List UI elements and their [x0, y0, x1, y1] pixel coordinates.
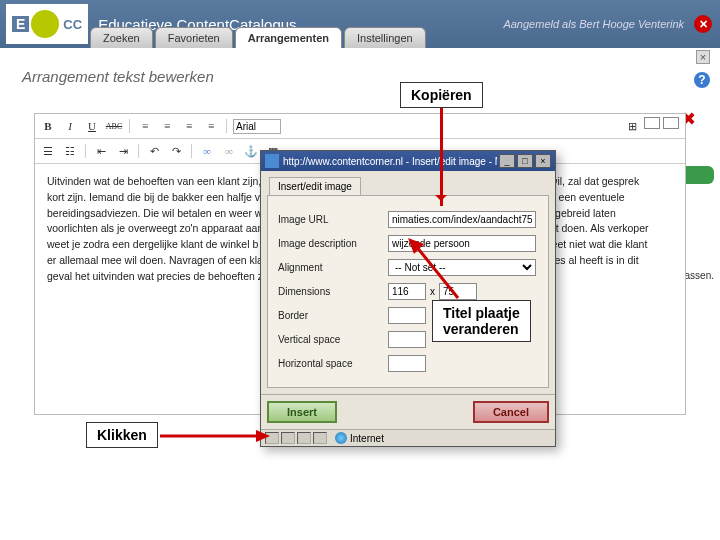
maximize-icon[interactable]: □: [517, 154, 533, 168]
dialog-button-row: Insert Cancel: [261, 394, 555, 429]
logo-sub: CC: [63, 17, 82, 32]
image-desc-input[interactable]: [388, 235, 536, 252]
vspace-input[interactable]: [388, 331, 426, 348]
border-input[interactable]: [388, 307, 426, 324]
image-url-input[interactable]: [388, 211, 536, 228]
table-icon[interactable]: ⊞: [623, 117, 641, 135]
page-title: Arrangement tekst bewerken: [22, 68, 714, 85]
layout-icon-2[interactable]: [663, 117, 679, 129]
stray-text: assen.: [685, 270, 714, 281]
body-text-left: Uitvinden wat de behoeften van een klant…: [47, 174, 272, 284]
label-border: Border: [278, 310, 388, 321]
dialog-statusbar: Internet: [261, 429, 555, 446]
minimize-icon[interactable]: _: [499, 154, 515, 168]
toolbar-row-1: B I U ABC ≡ ≡ ≡ ≡ Arial ⊞: [35, 114, 685, 139]
tab-instellingen[interactable]: Instellingen: [344, 27, 426, 48]
dim-width-input[interactable]: [388, 283, 426, 300]
insert-button[interactable]: Insert: [267, 401, 337, 423]
dim-separator: x: [430, 286, 435, 297]
body-text-right: t wil, zal dat gesprek en een eventuele …: [544, 174, 669, 269]
alignment-select[interactable]: -- Not set --: [388, 259, 536, 276]
login-status: Aangemeld als Bert Hooge Venterink: [503, 18, 684, 30]
redo-icon[interactable]: ↷: [167, 142, 185, 160]
italic-button[interactable]: I: [61, 117, 79, 135]
outdent-icon[interactable]: ⇤: [92, 142, 110, 160]
list-ul-icon[interactable]: ☰: [39, 142, 57, 160]
window-close-icon[interactable]: ×: [535, 154, 551, 168]
close-icon[interactable]: ✕: [694, 15, 712, 33]
logo: E CC: [6, 4, 88, 44]
panel-close-icon[interactable]: ×: [696, 50, 710, 64]
logo-letter: E: [12, 16, 29, 32]
label-hspace: Horizontal space: [278, 358, 388, 369]
dialog-title: http://www.contentcorner.nl - Insert/edi…: [283, 156, 497, 167]
logo-circle-icon: [31, 10, 59, 38]
align-center-icon[interactable]: ≡: [158, 117, 176, 135]
indent-icon[interactable]: ⇥: [114, 142, 132, 160]
anchor-icon[interactable]: ⚓: [242, 142, 260, 160]
dim-height-input[interactable]: [439, 283, 477, 300]
dialog-body: Image URL Image description Alignment --…: [267, 195, 549, 388]
dialog-titlebar[interactable]: http://www.contentcorner.nl - Insert/edi…: [261, 151, 555, 171]
align-left-icon[interactable]: ≡: [136, 117, 154, 135]
main-tabs: Zoeken Favorieten Arrangementen Instelli…: [90, 27, 426, 48]
dialog-tab[interactable]: Insert/edit image: [269, 177, 361, 195]
insert-image-dialog: http://www.contentcorner.nl - Insert/edi…: [260, 150, 556, 447]
app-header: E CC Educatieve ContentCatalogus Zoeken …: [0, 0, 720, 48]
unlink-icon[interactable]: ∞: [220, 142, 238, 160]
ie-icon: [265, 154, 279, 168]
label-alignment: Alignment: [278, 262, 388, 273]
bold-button[interactable]: B: [39, 117, 57, 135]
tab-favorieten[interactable]: Favorieten: [155, 27, 233, 48]
font-family-select[interactable]: Arial: [233, 119, 281, 134]
internet-zone-icon: [335, 432, 347, 444]
layout-icon-1[interactable]: [644, 117, 660, 129]
align-right-icon[interactable]: ≡: [180, 117, 198, 135]
hspace-input[interactable]: [388, 355, 426, 372]
list-ol-icon[interactable]: ☷: [61, 142, 79, 160]
tab-zoeken[interactable]: Zoeken: [90, 27, 153, 48]
link-icon[interactable]: ∞: [198, 142, 216, 160]
label-image-url: Image URL: [278, 214, 388, 225]
label-vspace: Vertical space: [278, 334, 388, 345]
underline-button[interactable]: U: [83, 117, 101, 135]
undo-icon[interactable]: ↶: [145, 142, 163, 160]
status-zone-text: Internet: [350, 433, 384, 444]
cancel-button[interactable]: Cancel: [473, 401, 549, 423]
label-image-desc: Image description: [278, 238, 388, 249]
tab-arrangementen[interactable]: Arrangementen: [235, 27, 342, 48]
label-dimensions: Dimensions: [278, 286, 388, 297]
help-icon[interactable]: ?: [694, 72, 710, 88]
align-justify-icon[interactable]: ≡: [202, 117, 220, 135]
strike-button[interactable]: ABC: [105, 117, 123, 135]
